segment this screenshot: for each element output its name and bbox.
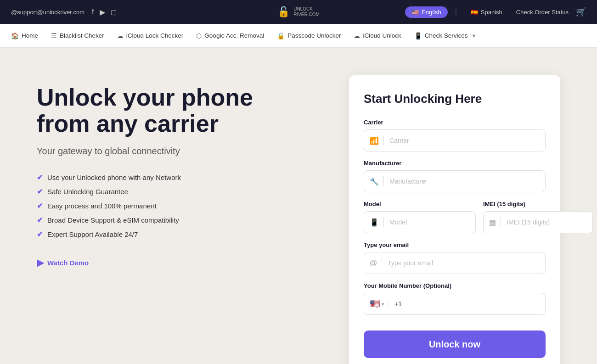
main-content: Unlock your phone from any carrier Your … <box>0 48 597 364</box>
email-icon: @ <box>370 259 377 267</box>
imei-input-wrapper: ▦ <box>483 211 593 233</box>
model-input-wrapper: 📱 <box>364 211 476 233</box>
check-icon: ✔ <box>37 230 43 239</box>
check-icon: ✔ <box>37 187 43 196</box>
check-icon: ✔ <box>37 216 43 224</box>
nav-passcode[interactable]: 🔒 Passcode Unlocker <box>277 32 341 39</box>
flag-dropdown-arrow: ▾ <box>382 302 384 307</box>
check-icon: ✔ <box>37 173 43 182</box>
icloud-icon: ☁ <box>354 32 360 39</box>
mobile-label: Your Mobile Number (Optional) <box>364 282 546 289</box>
form-title: Start Unlocking Here <box>364 92 546 106</box>
english-flag: 🇺🇸 <box>411 9 419 16</box>
input-divider <box>382 258 382 268</box>
email-input[interactable] <box>388 259 540 267</box>
spanish-flag: 🇪🇸 <box>471 9 478 16</box>
manufacturer-group: Manufacturer 🔧 <box>364 160 546 192</box>
imei-icon: ▦ <box>489 218 496 227</box>
input-divider <box>383 176 384 186</box>
input-divider <box>383 135 384 146</box>
google-icon: ⬡ <box>196 32 202 39</box>
email-input-wrapper: @ <box>364 252 546 274</box>
phone-prefix: +1 <box>392 300 405 308</box>
lang-divider: | <box>455 8 457 16</box>
feature-item: ✔ Safe Unlocking Guarantee <box>37 187 321 196</box>
email-label: Type your email <box>364 241 546 248</box>
model-group: Model 📱 <box>364 201 476 233</box>
nav-google-removal[interactable]: ⬡ Google Acc. Removal <box>196 32 264 39</box>
hero-subtitle: Your gateway to global connectivity <box>37 146 321 157</box>
model-input[interactable] <box>389 218 470 226</box>
check-order-status[interactable]: Check Order Status <box>516 9 569 16</box>
manufacturer-input-wrapper: 🔧 <box>364 170 546 192</box>
mobile-input[interactable] <box>408 300 540 308</box>
model-icon: 📱 <box>370 218 379 227</box>
spanish-lang-button[interactable]: 🇪🇸 Spanish <box>464 6 509 18</box>
support-email: @support@unlockriver.com <box>11 9 84 16</box>
navbar: 🏠 Home ☰ Blacklist Cheker ☁ iCloud Lock … <box>0 24 597 48</box>
manufacturer-input[interactable] <box>389 178 540 185</box>
youtube-icon[interactable]: ▶ <box>100 8 105 17</box>
nav-home[interactable]: 🏠 Home <box>11 32 38 39</box>
logo[interactable]: 🔓 UNLOCK RIVER.COM <box>277 6 320 18</box>
nav-icloud-lock[interactable]: ☁ iCloud Lock Checker <box>117 32 184 39</box>
watch-demo-button[interactable]: ▶ Watch Demo <box>37 257 321 268</box>
topbar: @support@unlockriver.com f ▶ ◻ 🔓 UNLOCK … <box>0 0 597 24</box>
features-list: ✔ Use your Unlocked phone with any Netwo… <box>37 173 321 239</box>
email-group: Type your email @ <box>364 241 546 274</box>
blacklist-icon: ☰ <box>51 32 57 39</box>
imei-group: IMEI (15 digits) ▦ <box>483 201 593 233</box>
feature-item: ✔ Easy process and 100% permanent <box>37 202 321 210</box>
cloud-icon: ☁ <box>117 32 124 39</box>
manufacturer-icon: 🔧 <box>370 177 379 186</box>
topbar-right: 🇺🇸 English | 🇪🇸 Spanish Check Order Stat… <box>405 6 586 18</box>
phone-divider <box>388 299 388 309</box>
feature-item: ✔ Broad Device Support & eSIM compatibil… <box>37 216 321 224</box>
feature-item: ✔ Expert Support Available 24/7 <box>37 230 321 239</box>
carrier-icon: 📶 <box>370 136 379 145</box>
mobile-group: Your Mobile Number (Optional) 🇺🇸 ▾ +1 <box>364 282 546 315</box>
lock-icon: 🔓 <box>277 6 290 18</box>
logo-text: UNLOCK RIVER.COM <box>293 6 320 17</box>
input-divider <box>501 217 501 227</box>
topbar-left: @support@unlockriver.com f ▶ ◻ <box>11 8 117 17</box>
model-imei-row: Model 📱 IMEI (15 digits) ▦ <box>364 201 546 241</box>
carrier-input[interactable] <box>389 137 540 144</box>
check-icon: ✔ <box>37 202 43 210</box>
play-icon: ▶ <box>37 257 44 268</box>
flag-emoji: 🇺🇸 <box>370 299 380 309</box>
facebook-icon[interactable]: f <box>92 8 94 16</box>
manufacturer-label: Manufacturer <box>364 160 546 167</box>
phone-input-wrapper: 🇺🇸 ▾ +1 <box>364 293 546 315</box>
imei-input[interactable] <box>507 218 587 226</box>
model-label: Model <box>364 201 476 207</box>
imei-label: IMEI (15 digits) <box>483 201 593 207</box>
english-lang-button[interactable]: 🇺🇸 English <box>405 6 448 18</box>
chevron-down-icon: ▼ <box>472 33 477 39</box>
nav-icloud-unlock[interactable]: ☁ iCloud Unlock <box>354 32 401 39</box>
instagram-icon[interactable]: ◻ <box>111 8 117 17</box>
cart-icon[interactable]: 🛒 <box>576 7 586 17</box>
carrier-label: Carrier <box>364 119 546 126</box>
input-divider <box>383 217 384 227</box>
social-icons: f ▶ ◻ <box>92 8 116 17</box>
home-icon: 🏠 <box>11 32 19 39</box>
hero-section: Unlock your phone from any carrier Your … <box>37 75 321 268</box>
services-icon: 📱 <box>414 32 422 39</box>
nav-blacklist[interactable]: ☰ Blacklist Cheker <box>51 32 104 39</box>
unlock-form-card: Start Unlocking Here Carrier 📶 Manufactu… <box>349 75 560 364</box>
hero-title: Unlock your phone from any carrier <box>37 84 321 137</box>
carrier-input-wrapper: 📶 <box>364 129 546 151</box>
unlock-now-button[interactable]: Unlock now <box>364 330 546 358</box>
nav-check-services[interactable]: 📱 Check Services ▼ <box>414 32 477 39</box>
flag-select[interactable]: 🇺🇸 ▾ <box>370 299 384 309</box>
feature-item: ✔ Use your Unlocked phone with any Netwo… <box>37 173 321 182</box>
passcode-icon: 🔒 <box>277 32 285 39</box>
carrier-group: Carrier 📶 <box>364 119 546 151</box>
